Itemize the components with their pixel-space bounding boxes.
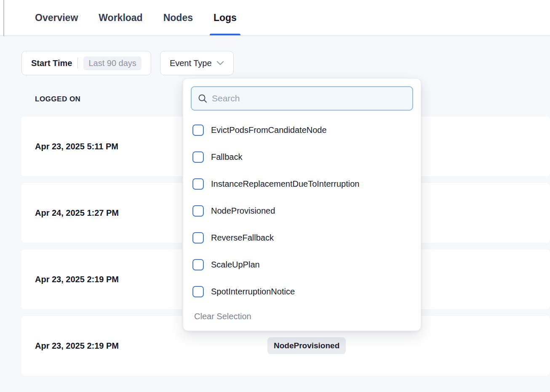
option-label: NodeProvisioned xyxy=(211,206,275,216)
start-time-value: Last 90 days xyxy=(83,56,141,70)
checkbox-unchecked[interactable] xyxy=(192,259,204,270)
tab-logs[interactable]: Logs xyxy=(214,0,237,35)
checkbox-unchecked[interactable] xyxy=(192,232,204,244)
tab-workload[interactable]: Workload xyxy=(99,0,142,35)
option-label: EvictPodsFromCandidateNode xyxy=(211,125,327,135)
tab-overview[interactable]: Overview xyxy=(35,0,78,35)
left-edge-divider xyxy=(3,0,4,36)
start-time-label: Start Time xyxy=(31,58,72,68)
event-type-options: EvictPodsFromCandidateNode Fallback Inst… xyxy=(191,117,413,305)
checkbox-unchecked[interactable] xyxy=(192,286,204,297)
option-scaleupplan[interactable]: ScaleUpPlan xyxy=(191,251,413,278)
filter-divider xyxy=(77,58,78,69)
header: Overview Workload Nodes Logs xyxy=(0,0,550,36)
search-icon xyxy=(198,93,208,103)
option-fallback[interactable]: Fallback xyxy=(191,143,413,170)
checkbox-unchecked[interactable] xyxy=(192,124,204,136)
start-time-filter-button[interactable]: Start Time Last 90 days xyxy=(21,51,151,75)
option-spotinterruptionnotice[interactable]: SpotInterruptionNotice xyxy=(191,278,413,305)
event-type-filter-button[interactable]: Event Type xyxy=(160,51,234,75)
event-type-label: Event Type xyxy=(170,58,212,68)
event-type-dropdown: EvictPodsFromCandidateNode Fallback Inst… xyxy=(183,78,421,331)
option-reversefallback[interactable]: ReverseFallback xyxy=(191,224,413,251)
chevron-down-icon xyxy=(216,61,224,66)
option-label: Fallback xyxy=(211,152,242,162)
tab-nodes[interactable]: Nodes xyxy=(163,0,193,35)
option-evictpodsfromcandidatenode[interactable]: EvictPodsFromCandidateNode xyxy=(191,117,413,143)
option-label: ReverseFallback xyxy=(211,233,274,243)
filter-bar: Start Time Last 90 days Event Type xyxy=(21,51,550,75)
tab-bar: Overview Workload Nodes Logs xyxy=(0,0,550,35)
checkbox-unchecked[interactable] xyxy=(192,205,204,217)
logged-on-cell: Apr 23, 2025 2:19 PM xyxy=(35,341,254,351)
option-label: ScaleUpPlan xyxy=(211,260,260,270)
event-type-badge: NodeProvisioned xyxy=(267,337,346,354)
clear-selection-button[interactable]: Clear Selection xyxy=(191,312,251,321)
option-label: InstanceReplacementDueToInterruption xyxy=(211,179,359,189)
option-label: SpotInterruptionNotice xyxy=(211,287,295,297)
dropdown-search[interactable] xyxy=(191,86,413,111)
search-input[interactable] xyxy=(212,93,406,103)
option-instancereplacementduetointerruption[interactable]: InstanceReplacementDueToInterruption xyxy=(191,170,413,197)
checkbox-unchecked[interactable] xyxy=(192,151,204,163)
checkbox-unchecked[interactable] xyxy=(192,178,204,190)
option-nodeprovisioned[interactable]: NodeProvisioned xyxy=(191,197,413,224)
